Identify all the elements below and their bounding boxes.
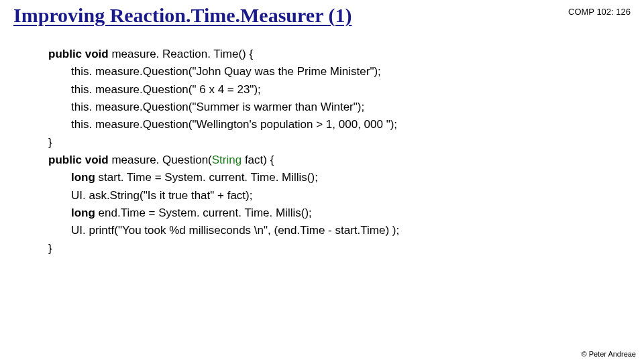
keyword: long [71,206,95,219]
code-line: } [48,134,644,152]
code-text: fact) { [241,154,274,166]
code-line: long end.Time = System. current. Time. M… [48,204,644,222]
code-text: start. Time = System. current. Time. Mil… [95,171,318,184]
course-label: COMP 102: 126 [568,4,631,17]
code-line: this. measure.Question(" 6 x 4 = 23"); [48,81,644,99]
keyword: public void [48,48,109,60]
code-block: public void measure. Reaction. Time() { … [48,46,644,257]
code-line: UI. printf("You took %d milliseconds \n"… [48,222,644,239]
code-text: measure. Question( [109,154,212,166]
type: String [212,154,241,166]
code-line: long start. Time = System. current. Time… [48,169,644,186]
code-line: public void measure. Reaction. Time() { [48,46,644,63]
code-line: this. measure.Question("Summer is warmer… [48,99,644,116]
code-line: UI. ask.String("Is it true that" + fact)… [48,187,644,204]
code-line: public void measure. Question(String fac… [48,152,644,169]
code-line: this. measure.Question("Wellington's pop… [48,116,644,133]
footer-copyright: © Peter Andreae [582,350,637,358]
slide-title: Improving Reaction.Time.Measurer (1) [13,4,352,28]
code-text: measure. Reaction. Time() { [109,48,253,60]
code-line: this. measure.Question("John Quay was th… [48,63,644,80]
code-line: } [48,240,644,257]
code-text: end.Time = System. current. Time. Millis… [95,206,312,219]
keyword: long [71,171,95,184]
keyword: public void [48,154,109,166]
